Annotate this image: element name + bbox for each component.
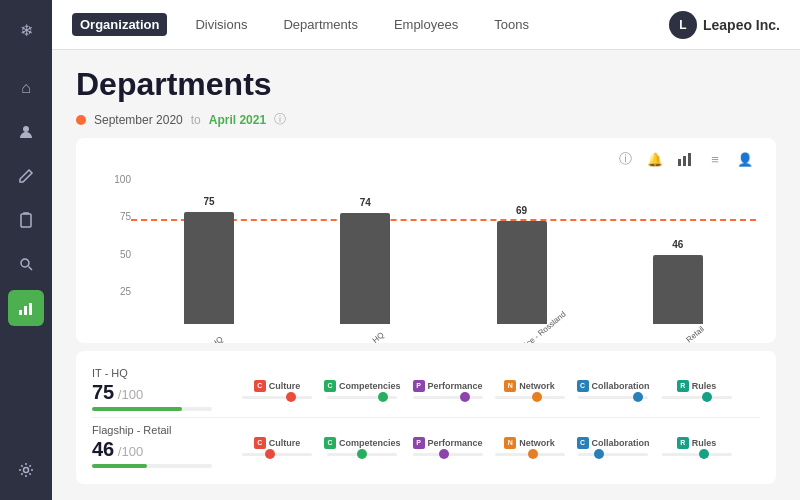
indicator-label-0-1: CCompetencies — [324, 380, 401, 392]
metric-bar-fill-1 — [92, 464, 147, 468]
svg-rect-5 — [24, 306, 27, 315]
svg-rect-10 — [688, 153, 691, 166]
metric-left-1: Flagship - Retail46 /100 — [92, 424, 242, 468]
indicator-icon-1-2: P — [413, 437, 425, 449]
indicator-icon-1-3: N — [504, 437, 516, 449]
indicator-icon-0-5: R — [677, 380, 689, 392]
indicator-dot-1-4 — [594, 449, 604, 459]
indicator-1-2: PPerformance — [413, 437, 483, 456]
metric-row-0: IT - HQ75 /100CCultureCCompetenciesPPerf… — [92, 361, 760, 418]
bar-group-2[interactable]: 69Customer Service - Rossland — [444, 221, 600, 325]
user-icon[interactable]: 👤 — [734, 148, 756, 170]
indicator-label-text-1-2: Performance — [428, 438, 483, 448]
y-axis: 100 75 50 25 — [96, 174, 131, 343]
indicator-label-text-1-1: Competencies — [339, 438, 401, 448]
indicator-label-text-0-1: Competencies — [339, 381, 401, 391]
svg-rect-9 — [683, 156, 686, 166]
nav-item-toons[interactable]: Toons — [486, 13, 537, 36]
indicator-dot-1-0 — [265, 449, 275, 459]
indicator-icon-1-5: R — [677, 437, 689, 449]
bar-dept-label-0: IT - HQ — [199, 335, 225, 343]
company-logo: L Leapeo Inc. — [669, 11, 780, 39]
chart-plot: 75IT - HQ74Sales - HQ69Customer Service … — [131, 174, 756, 343]
indicator-0-3: NNetwork — [495, 380, 565, 399]
sidebar-icon-snowflake[interactable]: ❄ — [8, 12, 44, 48]
sidebar-icon-user[interactable] — [8, 114, 44, 150]
notification-icon[interactable]: 🔔 — [644, 148, 666, 170]
indicator-0-0: CCulture — [242, 380, 312, 399]
bar-group-0[interactable]: 75IT - HQ — [131, 212, 287, 325]
indicator-label-0-4: CCollaboration — [577, 380, 650, 392]
indicator-label-text-1-5: Rules — [692, 438, 717, 448]
indicator-track-1-2 — [413, 453, 483, 456]
bar-group-3[interactable]: 46Flagship - Retail — [600, 255, 756, 324]
indicator-label-text-0-3: Network — [519, 381, 555, 391]
y-label-100: 100 — [96, 174, 131, 185]
indicator-label-1-1: CCompetencies — [324, 437, 401, 449]
nav-item-divisions[interactable]: Divisions — [187, 13, 255, 36]
date-to: April 2021 — [209, 113, 266, 127]
indicator-track-1-5 — [662, 453, 732, 456]
indicator-dot-0-5 — [702, 392, 712, 402]
metric-dept-1: Flagship - Retail — [92, 424, 242, 436]
page-body: Departments September 2020 to April 2021… — [52, 50, 800, 500]
svg-line-3 — [29, 267, 33, 271]
date-info-icon[interactable]: ⓘ — [274, 111, 286, 128]
svg-rect-4 — [19, 310, 22, 315]
bar-dept-label-1: Sales - HQ — [350, 330, 386, 343]
sidebar-icon-chart[interactable] — [8, 290, 44, 326]
indicator-dot-1-1 — [357, 449, 367, 459]
indicator-dot-1-5 — [699, 449, 709, 459]
sidebar-icon-edit[interactable] — [8, 158, 44, 194]
indicator-track-0-3 — [495, 396, 565, 399]
indicator-track-1-3 — [495, 453, 565, 456]
date-from: September 2020 — [94, 113, 183, 127]
bar-value-label-2: 69 — [516, 205, 527, 216]
sidebar-icon-settings[interactable] — [8, 452, 44, 488]
nav-item-departments[interactable]: Departments — [275, 13, 365, 36]
metric-score-0: 75 /100 — [92, 381, 242, 404]
indicator-1-1: CCompetencies — [324, 437, 401, 456]
sidebar: ❄ ⌂ — [0, 0, 52, 500]
indicator-track-1-0 — [242, 453, 312, 456]
nav-item-employees[interactable]: Employees — [386, 13, 466, 36]
bar-3: 46Flagship - Retail — [653, 255, 703, 324]
metric-left-0: IT - HQ75 /100 — [92, 367, 242, 411]
indicator-1-0: CCulture — [242, 437, 312, 456]
metric-row-1: Flagship - Retail46 /100CCultureCCompete… — [92, 418, 760, 474]
indicator-label-text-0-5: Rules — [692, 381, 717, 391]
indicator-track-0-2 — [413, 396, 483, 399]
indicator-dot-1-2 — [439, 449, 449, 459]
bar-chart-icon[interactable] — [674, 148, 696, 170]
metrics-section: IT - HQ75 /100CCultureCCompetenciesPPerf… — [76, 351, 776, 484]
sidebar-icon-search[interactable] — [8, 246, 44, 282]
chart-toolbar: ⓘ 🔔 ≡ 👤 — [96, 148, 756, 170]
sidebar-icon-home[interactable]: ⌂ — [8, 70, 44, 106]
chart-container: ⓘ 🔔 ≡ 👤 100 75 50 25 — [76, 138, 776, 343]
bar-dept-label-3: Flagship - Retail — [656, 324, 706, 343]
bar-value-label-3: 46 — [672, 239, 683, 250]
y-label-75: 75 — [96, 211, 131, 222]
metric-indicators-0: CCultureCCompetenciesPPerformanceNNetwor… — [242, 380, 760, 399]
metric-bar-fill-0 — [92, 407, 182, 411]
indicator-dot-0-1 — [378, 392, 388, 402]
nav-item-organization[interactable]: Organization — [72, 13, 167, 36]
svg-rect-8 — [678, 159, 681, 166]
list-icon[interactable]: ≡ — [704, 148, 726, 170]
indicator-label-0-2: PPerformance — [413, 380, 483, 392]
indicator-dot-0-4 — [633, 392, 643, 402]
svg-point-7 — [24, 468, 29, 473]
bar-0: 75IT - HQ — [184, 212, 234, 325]
chart-area: 100 75 50 25 75IT - HQ74Sales - HQ69Cust… — [96, 174, 756, 343]
indicator-icon-0-1: C — [324, 380, 336, 392]
indicator-label-text-1-3: Network — [519, 438, 555, 448]
indicator-label-1-4: CCollaboration — [577, 437, 650, 449]
sidebar-icon-clipboard[interactable] — [8, 202, 44, 238]
metric-bar-0 — [92, 407, 212, 411]
bar-group-1[interactable]: 74Sales - HQ — [287, 213, 443, 324]
info-icon[interactable]: ⓘ — [614, 148, 636, 170]
indicator-label-text-0-4: Collaboration — [592, 381, 650, 391]
indicator-label-0-0: CCulture — [254, 380, 301, 392]
indicator-track-1-1 — [327, 453, 397, 456]
indicator-label-text-0-0: Culture — [269, 381, 301, 391]
